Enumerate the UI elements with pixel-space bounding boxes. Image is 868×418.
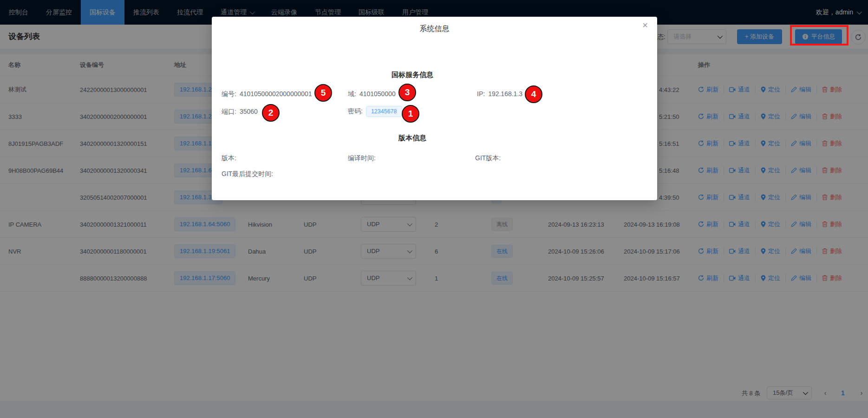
close-icon[interactable]: × xyxy=(642,20,648,30)
field-version: 版本: xyxy=(222,154,240,163)
version-heading: 版本信息 xyxy=(212,134,613,143)
annotation-badge-1: 1 xyxy=(402,105,419,123)
field-gb-password: 密码:12345678 xyxy=(348,106,402,117)
gb-port-value: 35060 xyxy=(240,108,258,115)
field-gb-domain: 域:4101050000 xyxy=(348,90,396,98)
git-version-label: GIT版本: xyxy=(475,154,501,162)
field-gb-id: 编号:41010500002000000001 xyxy=(222,90,312,98)
gb-domain-value: 4101050000 xyxy=(359,90,396,98)
gb-ip-label: IP: xyxy=(477,90,485,98)
gb-service-heading: 国标服务信息 xyxy=(212,71,613,79)
field-gb-ip: IP:192.168.1.3 xyxy=(477,90,522,98)
gb-password-label: 密码: xyxy=(348,107,363,115)
annotation-badge-5: 5 xyxy=(314,84,332,102)
annotation-badge-3: 3 xyxy=(398,84,416,101)
field-git-version: GIT版本: xyxy=(475,154,504,163)
gb-ip-value: 192.168.1.3 xyxy=(488,90,522,98)
annotation-badge-4: 4 xyxy=(525,85,542,103)
gb-domain-label: 域: xyxy=(348,90,356,98)
gb-id-label: 编号: xyxy=(222,90,236,98)
version-label: 版本: xyxy=(222,154,236,162)
field-gb-port: 端口:35060 xyxy=(222,108,258,116)
field-git-last-commit: GIT最后提交时间: xyxy=(222,170,276,178)
build-time-label: 编译时间: xyxy=(348,154,376,162)
modal-title: 系统信息 xyxy=(212,24,657,34)
gb-id-value: 41010500002000000001 xyxy=(240,90,312,98)
git-last-commit-label: GIT最后提交时间: xyxy=(222,170,273,177)
gb-port-label: 端口: xyxy=(222,108,236,115)
annotation-badge-2: 2 xyxy=(262,104,280,122)
field-build-time: 编译时间: xyxy=(348,154,379,163)
annotation-highlight-box xyxy=(790,25,848,46)
gb-password-value: 12345678 xyxy=(366,106,402,117)
